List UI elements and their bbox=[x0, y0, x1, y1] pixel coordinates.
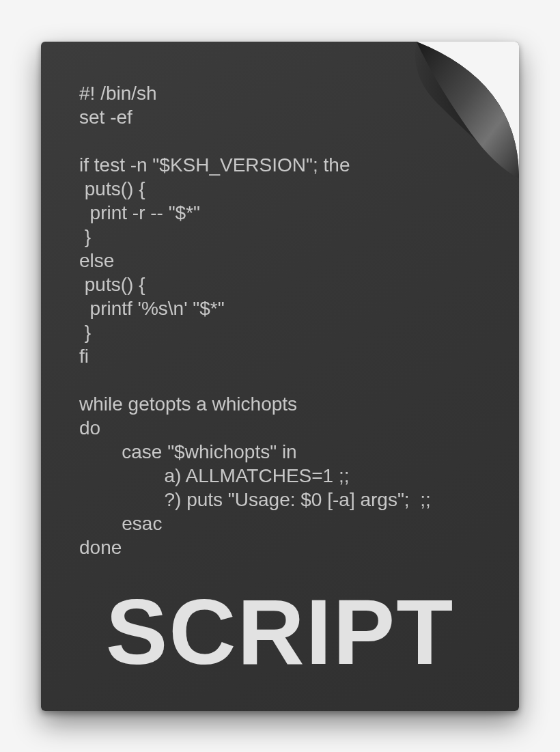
file-type-label: SCRIPT bbox=[41, 579, 519, 685]
script-code-preview: #! /bin/sh set -ef if test -n "$KSH_VERS… bbox=[79, 81, 499, 559]
script-file-icon: #! /bin/sh set -ef if test -n "$KSH_VERS… bbox=[41, 42, 519, 711]
